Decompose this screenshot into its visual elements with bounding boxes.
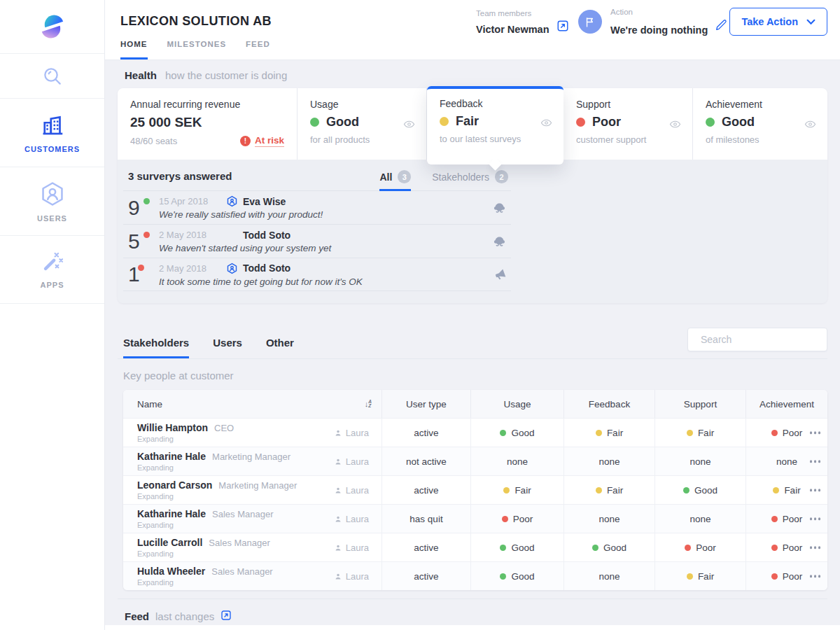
- person-role: Sales Manager: [211, 566, 272, 577]
- tab-stakeholders[interactable]: Stakeholders: [123, 337, 189, 358]
- table-row[interactable]: Leonard CarsonMarketing Manager Expandin…: [123, 475, 827, 504]
- column-header-achievement: Achievement: [746, 390, 827, 418]
- flag-icon: [584, 16, 596, 28]
- seats-value: 48/60 seats: [130, 136, 177, 146]
- usage-status: Fair: [514, 485, 531, 496]
- team-members-label: Team members: [476, 9, 569, 18]
- feed-title: Feed: [125, 610, 149, 622]
- main-area: LEXICON SOLUTION AB HOME MILESTONES FEED…: [105, 0, 840, 630]
- status-dot: [687, 430, 693, 436]
- tab-other[interactable]: Other: [266, 337, 294, 358]
- edit-pencil-icon[interactable]: [715, 18, 728, 34]
- take-action-button[interactable]: Take Action: [729, 8, 827, 36]
- health-subtitle: how the customer is doing: [165, 69, 287, 81]
- survey-message: We haven't started using your system yet: [159, 243, 486, 253]
- card-label: Annual recurring revenue: [130, 99, 284, 110]
- card-feedback-selected[interactable]: Feedback Fair to our latest surveys: [427, 86, 564, 164]
- feedback-status: none: [598, 456, 620, 467]
- external-link-icon[interactable]: [556, 20, 569, 35]
- user-hexagon-icon: [39, 181, 66, 207]
- sidebar-item-apps[interactable]: APPS: [0, 235, 104, 304]
- person-icon: [334, 514, 342, 523]
- tab-milestones[interactable]: MILESTONES: [167, 40, 227, 59]
- user-type-cell: active: [382, 562, 470, 590]
- card-achievement[interactable]: Achievement Good of milestones: [693, 88, 827, 160]
- achievement-status: Poor: [783, 542, 803, 553]
- person-segment: Expanding: [137, 463, 174, 472]
- page-title: LEXICON SOLUTION AB: [120, 14, 272, 29]
- support-status: Poor: [696, 542, 716, 553]
- at-risk-flag[interactable]: ! At risk: [240, 135, 284, 147]
- table-row[interactable]: Katharine HaleSales Manager Expanding La…: [123, 504, 827, 533]
- card-support[interactable]: Support Poor customer support: [564, 88, 693, 160]
- sidebar-item-search[interactable]: [0, 53, 104, 98]
- survey-tab-all[interactable]: All 3: [379, 170, 411, 191]
- card-sublabel: of milestones: [706, 134, 815, 145]
- table-row[interactable]: Willie HamptonCEO Expanding Laura active…: [123, 418, 827, 447]
- survey-content: 2 May 2018 Todd Soto It: [159, 262, 486, 287]
- survey-date: 2 May 2018: [159, 263, 226, 274]
- achievement-status: Fair: [784, 485, 800, 496]
- support-status: Fair: [698, 428, 714, 438]
- status-dot: [310, 118, 319, 127]
- survey-row[interactable]: 9 15 Apr 2018: [123, 190, 511, 224]
- stakeholder-badge-icon: [226, 262, 238, 274]
- survey-respondent: Todd Soto: [243, 230, 290, 241]
- person-name: Willie Hampton: [137, 422, 208, 433]
- usage-status: Poor: [513, 514, 533, 524]
- logo-icon: [35, 9, 70, 44]
- search-icon: [41, 65, 64, 88]
- status-value: Poor: [592, 115, 621, 130]
- sidebar-item-users[interactable]: USERS: [0, 167, 104, 235]
- survey-score: 9: [128, 197, 159, 218]
- card-annual-recurring-revenue[interactable]: Annual recurring revenue 25 000 SEK 48/6…: [118, 88, 298, 160]
- status-dot: [596, 430, 602, 436]
- sidebar-item-customers[interactable]: CUSTOMERS: [0, 98, 104, 167]
- score-dot: [144, 232, 150, 238]
- status-dot: [683, 487, 690, 493]
- eye-icon[interactable]: [669, 119, 681, 132]
- tab-users[interactable]: Users: [213, 337, 242, 358]
- survey-respondent: Todd Soto: [243, 262, 290, 274]
- row-menu-icon[interactable]: [810, 546, 821, 549]
- alert-icon: !: [240, 136, 251, 146]
- sidebar-item-label: USERS: [37, 214, 67, 223]
- eye-icon[interactable]: [403, 119, 415, 132]
- person-role: Marketing Manager: [212, 451, 290, 462]
- row-menu-icon[interactable]: [810, 575, 821, 578]
- external-link-icon[interactable]: [220, 610, 232, 623]
- search-input[interactable]: [701, 334, 827, 345]
- eye-icon[interactable]: [804, 119, 816, 132]
- card-usage[interactable]: Usage Good for all products: [298, 88, 427, 160]
- count-badge: 2: [495, 170, 508, 183]
- survey-tab-stakeholders[interactable]: Stakeholders 2: [432, 170, 508, 191]
- survey-row[interactable]: 5 2 May 2018: [123, 224, 511, 258]
- survey-message: It took some time to get going but for n…: [159, 276, 486, 287]
- achievement-status: none: [776, 456, 797, 467]
- survey-row[interactable]: 1 2 May 2018: [123, 258, 511, 291]
- feed-subtitle: last changes: [155, 610, 214, 622]
- table-row[interactable]: Hulda WheelerSales Manager Expanding Lau…: [123, 561, 827, 590]
- achievement-status: Poor: [783, 514, 803, 524]
- row-menu-icon[interactable]: [810, 517, 821, 520]
- tab-feed[interactable]: FEED: [246, 40, 270, 59]
- table-header: Name ↓AZ User type Usage Feedback Suppor…: [123, 390, 827, 418]
- app-logo[interactable]: [0, 0, 104, 53]
- eye-icon[interactable]: [540, 118, 552, 130]
- row-menu-icon[interactable]: [810, 460, 821, 463]
- tab-home[interactable]: HOME: [120, 40, 148, 59]
- column-header-user-type: User type: [382, 390, 470, 418]
- card-label: Usage: [310, 99, 414, 110]
- sort-alpha-icon[interactable]: ↓AZ: [365, 400, 372, 409]
- person-segment: Expanding: [137, 578, 174, 587]
- survey-content: 2 May 2018 Todd Soto We: [159, 229, 486, 253]
- feedback-status: none: [598, 514, 620, 524]
- row-menu-icon[interactable]: [810, 431, 821, 434]
- status-value: Fair: [456, 114, 479, 129]
- table-row[interactable]: Katharine HaleMarketing Manager Expandin…: [123, 447, 827, 475]
- row-menu-icon[interactable]: [810, 489, 821, 491]
- team-member-name: Victor Newman: [476, 24, 550, 35]
- support-status: Good: [694, 485, 718, 496]
- stakeholder-badge-icon: [226, 195, 238, 207]
- table-row[interactable]: Lucille CarrollSales Manager Expanding L…: [123, 533, 827, 561]
